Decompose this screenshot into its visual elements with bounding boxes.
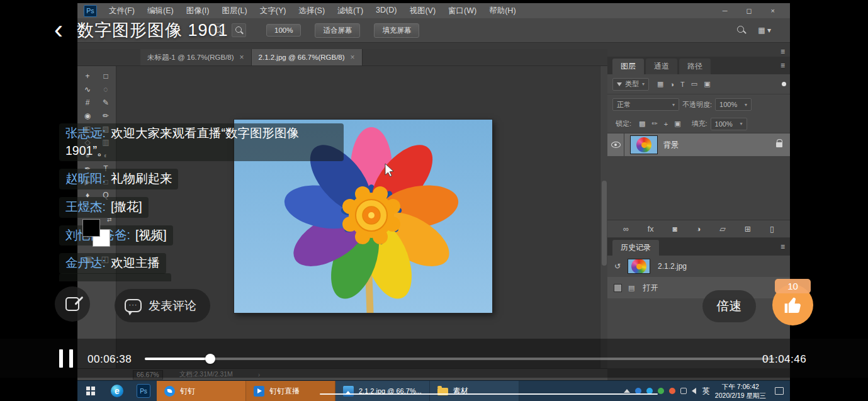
pause-button[interactable] <box>59 349 73 368</box>
menu-item[interactable]: 滤镜(T) <box>331 6 369 16</box>
blend-mode-dropdown[interactable]: 正常▾ <box>612 98 679 111</box>
lock-option-icon[interactable]: + <box>664 120 668 128</box>
zoom-100-button[interactable]: 100% <box>266 24 301 37</box>
system-tray: 英 下午 7:06:42 2020/2/19 星期三 <box>624 382 790 400</box>
input-language-indicator[interactable]: 英 <box>702 386 710 397</box>
tab-history[interactable]: 历史记录 <box>612 240 659 256</box>
comment-edit-button[interactable] <box>55 286 90 322</box>
taskbar-button-image-window[interactable]: 2.1.2.jpg @ 66.7%... <box>335 381 430 401</box>
taskbar-button-dingtalk-live[interactable]: 钉钉直播 <box>246 381 335 401</box>
layers-action-icon[interactable]: ⊞ <box>745 224 751 234</box>
edge-browser-icon[interactable]: e <box>104 381 130 401</box>
tool-icon[interactable]: # <box>83 98 92 107</box>
layer-name: 背景 <box>663 140 679 150</box>
progress-fill <box>145 358 210 360</box>
menu-item[interactable]: 视图(V) <box>403 6 442 16</box>
tray-app-icon[interactable] <box>669 388 675 394</box>
close-button[interactable]: × <box>771 7 775 15</box>
filter-toggle-dot[interactable] <box>782 82 786 86</box>
canvas-vertical-scrollbar[interactable] <box>600 66 607 368</box>
document-tab-212jpg[interactable]: 2.1.2.jpg @ 66.7%(RGB/8) × <box>252 49 363 65</box>
action-center-icon[interactable] <box>775 387 784 395</box>
tool-icon[interactable]: + <box>83 72 92 81</box>
filter-kind-icons: ▦◑T▭▣ <box>654 80 714 88</box>
filter-type-dropdown[interactable]: 类型▾ <box>612 78 649 91</box>
layers-action-icon[interactable]: ▱ <box>719 224 726 234</box>
progress-track[interactable] <box>145 358 774 360</box>
menu-item[interactable]: 图像(I) <box>180 6 216 16</box>
lock-option-icon[interactable]: ▣ <box>674 120 680 128</box>
history-step-open[interactable]: ▤ 打开 <box>607 277 790 298</box>
workspace-switcher-icon[interactable]: ▦ ▾ <box>758 26 771 35</box>
lock-option-icon[interactable]: ▩ <box>639 120 645 128</box>
fill-dropdown[interactable]: 100%▾ <box>711 118 747 130</box>
tab-paths[interactable]: 路径 <box>679 59 711 74</box>
lock-option-icon[interactable]: ✏ <box>651 120 657 128</box>
tab-close-icon[interactable]: × <box>240 53 244 62</box>
taskbar-clock[interactable]: 下午 7:06:42 2020/2/19 星期三 <box>715 382 766 400</box>
tool-icon[interactable]: ◉ <box>83 111 92 120</box>
layers-action-icon[interactable]: ∞ <box>623 225 629 234</box>
menu-item[interactable]: 图层(L) <box>215 6 253 16</box>
menu-item[interactable]: 窗口(W) <box>442 6 483 16</box>
opacity-dropdown[interactable]: 100%▾ <box>715 98 752 111</box>
photoshop-taskbar-icon[interactable]: Ps <box>130 381 157 401</box>
layers-action-icon[interactable]: fx <box>648 225 654 234</box>
tab-channels[interactable]: 通道 <box>646 59 677 74</box>
layer-list: 背景 <box>607 133 790 220</box>
tray-app-icon[interactable] <box>658 388 664 394</box>
history-menu-icon[interactable]: ≡ <box>781 242 790 251</box>
layers-action-icon[interactable]: ◙ <box>672 225 677 234</box>
history-source-box[interactable] <box>614 284 622 292</box>
tool-icon[interactable]: □ <box>101 72 110 81</box>
filter-kind-icon[interactable]: ▣ <box>704 80 710 88</box>
zoom-out-icon[interactable] <box>232 23 246 37</box>
comment-item: 王煜杰:[撒花] <box>59 197 149 218</box>
document-tab-untitled[interactable]: 未标题-1 @ 16.7%(RGB/8) × <box>140 49 252 65</box>
restore-button[interactable]: ◻ <box>746 7 752 15</box>
menu-item[interactable]: 编辑(E) <box>141 6 180 16</box>
history-snapshot-row[interactable]: ↺ 2.1.2.jpg <box>607 256 790 277</box>
menu-item[interactable]: 帮助(H) <box>483 6 522 16</box>
menu-item[interactable]: 文件(F) <box>103 6 141 16</box>
comment-input[interactable]: 发表评论 <box>115 289 210 322</box>
filter-kind-icon[interactable]: ◑ <box>670 81 674 88</box>
tab-layers[interactable]: 图层 <box>612 59 644 74</box>
taskbar-button-folder[interactable]: 素材 <box>430 381 519 401</box>
panel-collapse-icon[interactable]: ≡ <box>781 47 785 56</box>
panel-menu-icon[interactable]: ≡ <box>781 61 790 70</box>
tab-close-icon[interactable]: × <box>351 53 355 62</box>
menu-item[interactable]: 3D(D) <box>369 6 403 16</box>
fill-screen-button[interactable]: 填充屏幕 <box>374 23 419 38</box>
visibility-eye-icon[interactable] <box>611 142 621 148</box>
filter-kind-icon[interactable]: ▦ <box>657 80 663 88</box>
fit-screen-button[interactable]: 适合屏幕 <box>315 23 360 38</box>
search-icon[interactable] <box>736 25 747 35</box>
filter-kind-icon[interactable]: ▭ <box>691 80 697 88</box>
tool-icon[interactable]: ∿ <box>83 85 92 94</box>
taskbar-button-dingtalk[interactable]: 钉钉 <box>157 381 246 401</box>
tab-label: 未标题-1 @ 16.7%(RGB/8) <box>147 53 234 62</box>
history-brush-icon[interactable]: ↺ <box>614 262 621 271</box>
menu-item[interactable]: 选择(S) <box>292 6 331 16</box>
tray-device-icon[interactable] <box>680 388 687 394</box>
tool-icon[interactable]: ✏ <box>101 111 110 120</box>
playback-speed-button[interactable]: 倍速 <box>702 290 756 322</box>
speaker-icon[interactable] <box>692 388 696 394</box>
start-button[interactable] <box>77 381 104 401</box>
filter-kind-icon[interactable]: T <box>680 81 685 88</box>
current-time: 00:06:38 <box>87 353 132 366</box>
minimize-button[interactable]: ─ <box>723 7 728 15</box>
layers-action-icon[interactable]: ◑ <box>696 225 701 234</box>
foreground-color-swatch[interactable] <box>82 219 100 237</box>
layer-row-background[interactable]: 背景 <box>607 133 790 156</box>
layers-action-icon[interactable]: ▯ <box>770 224 774 234</box>
progress-knob[interactable] <box>205 354 215 364</box>
tool-icon[interactable]: ✎ <box>101 98 110 107</box>
menu-item[interactable]: 文字(Y) <box>254 6 293 16</box>
layer-thumbnail[interactable] <box>630 135 658 154</box>
commenter-name: 王煜杰: <box>65 200 106 213</box>
tool-icon[interactable]: ◌ <box>101 85 110 94</box>
back-button[interactable]: ‹ <box>54 16 63 43</box>
tray-expand-icon[interactable] <box>624 389 630 393</box>
